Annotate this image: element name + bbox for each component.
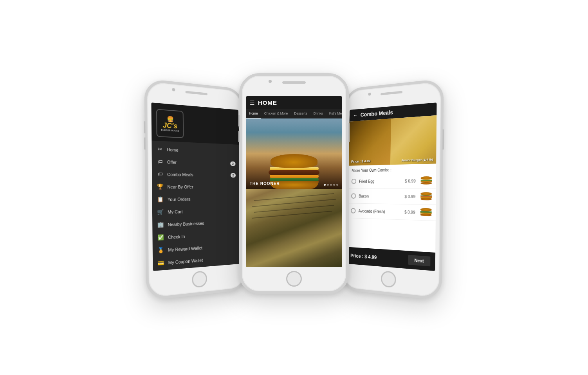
phone-right: ← Combo Meals Price : $ 4.99 Junior Burg… — [340, 78, 444, 301]
nearby-offer-icon: 🏆 — [157, 183, 164, 190]
radio-fried-egg[interactable] — [352, 178, 357, 184]
fries-image — [348, 118, 391, 166]
footer-price: Price : $ 4.99 — [350, 253, 377, 260]
home-header: ☰ HOME — [246, 96, 342, 109]
tab-kids[interactable]: Kid's Me... — [326, 109, 342, 118]
burger-cheese-layer — [270, 175, 319, 178]
sidebar-item-orders[interactable]: 📋 Your Orders — [152, 192, 241, 206]
home-screen: ☰ HOME Home Chicken & More Desserts Drin… — [246, 96, 342, 267]
tab-chicken[interactable]: Chicken & More — [261, 109, 291, 118]
hero-dots — [324, 184, 338, 186]
sidebar-item-label: My Reward Wallet — [168, 243, 237, 252]
dot-1 — [324, 184, 326, 186]
burger-meat-layer — [269, 170, 319, 175]
burger-lettuce-layer — [270, 178, 319, 181]
option-name-bacon: Bacon — [359, 194, 402, 198]
menu-screen: 🍔 JC's BURGER HOUSE ✂ Home 🏷 — [151, 102, 242, 271]
sidebar-item-label: My Cart — [168, 208, 236, 214]
left-phone-screen: 🍔 JC's BURGER HOUSE ✂ Home 🏷 — [151, 102, 242, 271]
combo-options: Fried Egg $ 0.99 Bacon $ 0.99 — [346, 173, 436, 253]
offer-badge: 2 — [230, 161, 235, 166]
option-price-bacon: $ 0.99 — [404, 194, 415, 198]
reward-icon: 🏅 — [157, 247, 164, 253]
nav-tabs: Home Chicken & More Desserts Drinks Kid'… — [246, 109, 342, 118]
right-phone-screen: ← Combo Meals Price : $ 4.99 Junior Burg… — [346, 102, 436, 271]
dot-3 — [330, 184, 332, 186]
option-name-avocado: Avocado (Fresh) — [358, 208, 401, 214]
sidebar-item-combo-meals[interactable]: 🏷 Combo Meals 2 — [152, 167, 240, 181]
option-price-fried-egg: $ 0.99 — [405, 178, 416, 183]
sidebar-item-label: Home — [167, 147, 235, 154]
menu-logo-area: 🍔 JC's BURGER HOUSE — [151, 102, 239, 145]
next-button[interactable]: Next — [408, 255, 430, 266]
sidebar-item-label: My Coupon Wallet — [168, 255, 238, 265]
radio-avocado[interactable] — [351, 208, 356, 213]
sidebar-item-label: Offer — [167, 159, 227, 165]
sidebar-item-label: Your Orders — [168, 196, 236, 201]
hamburger-menu-icon[interactable]: ☰ — [250, 100, 255, 106]
combo-option-avocado[interactable]: Avocado (Fresh) $ 0.99 — [347, 203, 436, 221]
combo-screen: ← Combo Meals Price : $ 4.99 Junior Burg… — [346, 102, 436, 271]
sidebar-item-nearby-offer[interactable]: 🏆 Near By Offer — [152, 180, 240, 193]
phones-container: 🍔 JC's BURGER HOUSE ✂ Home 🏷 — [0, 0, 588, 375]
center-phone-screen: ☰ HOME Home Chicken & More Desserts Drin… — [246, 96, 342, 267]
hero-label: THE NOONER — [250, 181, 280, 186]
panini-visual — [246, 189, 342, 267]
burger-image — [390, 115, 436, 164]
coupon-icon: 💳 — [158, 260, 164, 266]
burger-icon-fried-egg — [421, 176, 432, 185]
offer-icon: 🏷 — [157, 158, 163, 165]
burger-bun-top — [271, 154, 317, 168]
combo-food-image: Price : $ 4.99 Junior Burger (1/4 lb) — [348, 115, 436, 165]
home-button-center[interactable] — [286, 271, 302, 287]
burger-icon-bacon — [420, 192, 432, 201]
checkin-icon: ✅ — [157, 234, 164, 240]
app-logo: 🍔 JC's BURGER HOUSE — [156, 109, 184, 138]
phone-left: 🍔 JC's BURGER HOUSE ✂ Home 🏷 — [144, 78, 248, 301]
dot-5 — [336, 184, 338, 186]
combo-badge: 2 — [231, 172, 236, 177]
home-icon: ✂ — [157, 146, 163, 152]
orders-icon: 📋 — [157, 196, 164, 202]
combo-option-bacon[interactable]: Bacon $ 0.99 — [348, 188, 436, 205]
dot-2 — [327, 184, 329, 186]
logo-brand-text: JC's — [161, 121, 179, 129]
combo-price-overlay: Price : $ 4.99 — [351, 159, 370, 163]
businesses-icon: 🏢 — [157, 221, 164, 228]
second-food-image — [246, 189, 342, 267]
menu-items-list: ✂ Home 🏷 Offer 2 🏷 Combo Meals 2 — [152, 140, 242, 271]
sidebar-item-label: Nearby Businesses — [168, 219, 236, 227]
tab-home[interactable]: Home — [246, 109, 261, 118]
combo-screen-title: Combo Meals — [361, 109, 393, 118]
sidebar-item-label: Check In — [168, 231, 237, 239]
sidebar-item-label: Combo Meals — [167, 172, 227, 177]
tab-desserts[interactable]: Desserts — [291, 109, 310, 118]
burger-icon-avocado — [420, 208, 432, 217]
cart-icon: 🛒 — [157, 208, 164, 215]
hero-image: THE NOONER — [246, 118, 342, 189]
home-screen-title: HOME — [258, 99, 277, 106]
tab-drinks[interactable]: Drinks — [310, 109, 326, 118]
option-name-fried-egg: Fried Egg — [359, 179, 402, 183]
radio-bacon[interactable] — [351, 193, 356, 199]
option-price-avocado: $ 0.99 — [404, 210, 415, 214]
phone-center: ☰ HOME Home Chicken & More Desserts Drin… — [239, 73, 349, 294]
combo-name-overlay: Junior Burger (1/4 lb) — [401, 158, 433, 162]
home-button-right[interactable] — [381, 270, 396, 288]
combo-icon: 🏷 — [157, 171, 163, 177]
back-arrow-icon[interactable]: ← — [353, 112, 358, 118]
combo-option-fried-egg[interactable]: Fried Egg $ 0.99 — [348, 173, 436, 189]
sidebar-item-label: Near By Offer — [167, 184, 236, 189]
home-button-left[interactable] — [192, 270, 207, 288]
dot-4 — [333, 184, 335, 186]
